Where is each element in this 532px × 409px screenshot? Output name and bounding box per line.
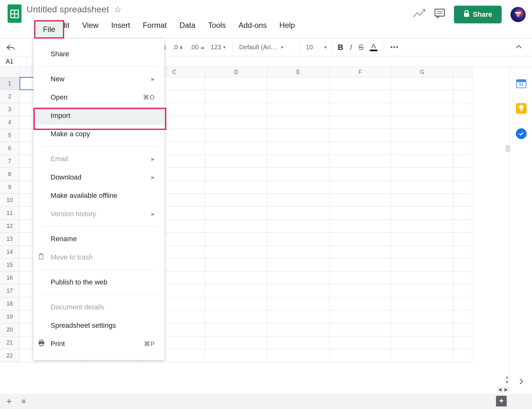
- row-header[interactable]: 7: [0, 155, 20, 168]
- menu-item-publish-to-the-web[interactable]: Publish to the web: [34, 273, 164, 291]
- cell[interactable]: [391, 194, 453, 207]
- cell[interactable]: [329, 77, 391, 90]
- cell[interactable]: [205, 207, 267, 220]
- cell[interactable]: [329, 336, 391, 349]
- cell[interactable]: [391, 297, 453, 310]
- cell[interactable]: [205, 336, 267, 349]
- cell[interactable]: [329, 272, 391, 284]
- row-header[interactable]: 8: [0, 168, 20, 181]
- cell[interactable]: [391, 284, 453, 297]
- cell[interactable]: [329, 168, 391, 181]
- doc-title[interactable]: Untitled spreadsheet: [27, 4, 109, 15]
- cell[interactable]: [267, 90, 329, 103]
- cell[interactable]: [267, 155, 329, 168]
- cell[interactable]: [267, 168, 329, 181]
- cell[interactable]: [267, 233, 329, 246]
- menubar-view[interactable]: View: [77, 18, 104, 33]
- row-header[interactable]: 13: [0, 233, 20, 246]
- cell[interactable]: [391, 336, 453, 349]
- row-header[interactable]: 14: [0, 246, 20, 259]
- cell[interactable]: [453, 90, 472, 103]
- menu-item-open[interactable]: Open⌘O: [34, 88, 164, 107]
- column-header[interactable]: D: [205, 67, 267, 77]
- cell[interactable]: [453, 220, 472, 233]
- cell[interactable]: [453, 259, 472, 272]
- row-header[interactable]: 15: [0, 259, 20, 272]
- cell[interactable]: [329, 323, 391, 336]
- cell[interactable]: [267, 129, 329, 142]
- star-icon[interactable]: ☆: [114, 5, 121, 15]
- side-panel-toggle[interactable]: [519, 378, 524, 388]
- insights-icon[interactable]: [413, 9, 425, 21]
- row-header[interactable]: 11: [0, 207, 20, 220]
- cell[interactable]: [329, 90, 391, 103]
- cell[interactable]: [267, 194, 329, 207]
- italic-button[interactable]: I: [350, 43, 352, 52]
- cell[interactable]: [329, 194, 391, 207]
- cell[interactable]: [391, 181, 453, 194]
- row-header[interactable]: 3: [0, 103, 20, 116]
- cell[interactable]: [453, 181, 472, 194]
- cell[interactable]: [453, 233, 472, 246]
- cell[interactable]: [391, 77, 453, 90]
- menubar-help[interactable]: Help: [274, 18, 300, 33]
- menubar-format[interactable]: Format: [138, 18, 172, 33]
- cell[interactable]: [267, 272, 329, 284]
- comments-icon[interactable]: [434, 9, 445, 21]
- tasks-icon[interactable]: [516, 128, 527, 139]
- cell[interactable]: [205, 233, 267, 246]
- cell[interactable]: [205, 103, 267, 116]
- cell[interactable]: [267, 116, 329, 129]
- menu-item-make-available-offline[interactable]: Make available offline: [34, 186, 164, 205]
- cell[interactable]: [205, 284, 267, 297]
- cell[interactable]: [205, 77, 267, 90]
- cell[interactable]: [205, 194, 267, 207]
- cell[interactable]: [391, 129, 453, 142]
- explore-button[interactable]: [496, 396, 507, 406]
- cell[interactable]: [329, 116, 391, 129]
- cell[interactable]: [453, 116, 472, 129]
- cell[interactable]: [453, 323, 472, 336]
- cell[interactable]: [453, 77, 472, 90]
- cell[interactable]: [329, 220, 391, 233]
- cell[interactable]: [205, 220, 267, 233]
- cell[interactable]: [205, 297, 267, 310]
- strikethrough-button[interactable]: S: [358, 43, 364, 52]
- cell[interactable]: [329, 233, 391, 246]
- row-header[interactable]: 18: [0, 297, 20, 310]
- cell[interactable]: [453, 336, 472, 349]
- cell[interactable]: [205, 323, 267, 336]
- cell[interactable]: [267, 349, 329, 362]
- cell[interactable]: [267, 297, 329, 310]
- more-tools-button[interactable]: •••: [390, 44, 399, 51]
- horizontal-scroll-arrows[interactable]: ◀▶: [497, 386, 509, 393]
- file-menu-button-highlighted[interactable]: File: [34, 20, 64, 39]
- all-sheets-button[interactable]: ≡: [21, 397, 26, 406]
- cell[interactable]: [391, 349, 453, 362]
- bold-button[interactable]: B: [338, 43, 343, 52]
- cell[interactable]: [329, 349, 391, 362]
- font-size-select[interactable]: 10 ▼: [306, 44, 325, 51]
- row-header[interactable]: 4: [0, 116, 20, 129]
- cell[interactable]: [391, 272, 453, 284]
- sheets-logo[interactable]: [6, 3, 23, 25]
- cell[interactable]: [391, 310, 453, 323]
- column-header[interactable]: E: [267, 67, 329, 77]
- cell[interactable]: [329, 181, 391, 194]
- font-family-select[interactable]: Default (Ari… ▼: [239, 44, 293, 51]
- text-color-button[interactable]: A: [370, 43, 377, 51]
- cell[interactable]: [329, 284, 391, 297]
- cell[interactable]: [329, 297, 391, 310]
- cell[interactable]: [391, 168, 453, 181]
- column-header[interactable]: F: [329, 67, 391, 77]
- row-header[interactable]: 5: [0, 129, 20, 142]
- row-header[interactable]: 6: [0, 142, 20, 155]
- cell[interactable]: [267, 77, 329, 90]
- cell[interactable]: [453, 284, 472, 297]
- cell[interactable]: [453, 272, 472, 284]
- cell[interactable]: [267, 142, 329, 155]
- name-box[interactable]: A1: [0, 57, 27, 66]
- cell[interactable]: [205, 310, 267, 323]
- undo-button[interactable]: [6, 44, 15, 51]
- cell[interactable]: [391, 220, 453, 233]
